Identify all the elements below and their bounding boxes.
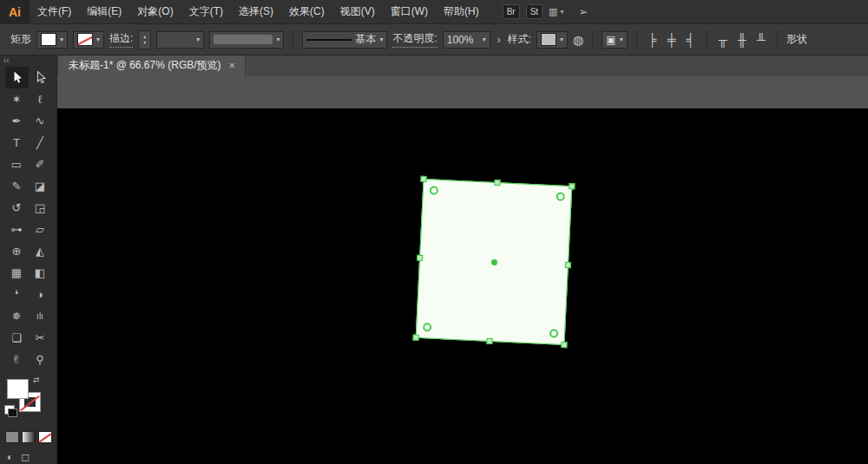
stroke-width-dropdown[interactable]: ▾ — [156, 31, 204, 49]
menu-window[interactable]: 窗口(W) — [383, 0, 436, 23]
align-horizontal-center-icon[interactable]: ╪ — [665, 33, 679, 47]
menubar-right-cluster: Br St ▥ ▾ ➢ — [503, 4, 589, 19]
align-horizontal-right-icon[interactable]: ╡ — [684, 33, 698, 47]
menu-object[interactable]: 对象(O) — [129, 0, 181, 23]
toolbar-collapse[interactable]: ‹‹ — [0, 54, 56, 67]
corner-widget-bottom-right[interactable] — [549, 329, 558, 337]
corner-widget-bottom-left[interactable] — [423, 323, 431, 331]
default-fill-stroke-icon[interactable] — [4, 405, 15, 415]
gradient-mode-button[interactable] — [22, 431, 36, 443]
chevron-down-icon: ▾ — [483, 36, 486, 43]
artboard-tool[interactable]: ❏ — [5, 327, 29, 349]
width-tool[interactable]: ⊶ — [5, 219, 29, 240]
curvature-tool[interactable]: ∿ — [29, 110, 52, 132]
mesh-tool[interactable]: ▦ — [5, 262, 29, 284]
stock-button[interactable]: St — [526, 4, 542, 19]
stroke-label[interactable]: 描边: — [109, 31, 133, 48]
selected-rectangle[interactable] — [416, 179, 573, 345]
selection-handle-top-center[interactable] — [494, 180, 500, 186]
chevron-down-icon: ▾ — [561, 8, 564, 16]
chevron-down-icon: ▾ — [60, 36, 63, 43]
tools-grid: ✶ ℓ ✒ ∿ T ╱ ▭ ✐ ✎ ◪ ↺ ◲ ⊶ ▱ ⊕ ◭ ▦ ◧ ❛ ◑ … — [0, 67, 56, 370]
opacity-panel-chevron[interactable]: › — [496, 34, 503, 46]
none-mode-button[interactable] — [38, 431, 52, 443]
opacity-dropdown[interactable]: 100% ▾ — [443, 31, 490, 49]
swap-fill-stroke-icon[interactable]: ⇄ — [33, 376, 40, 384]
style-dropdown[interactable]: ▾ — [536, 31, 568, 49]
eyedropper-tool[interactable]: ❛ — [5, 284, 29, 305]
gradient-tool[interactable]: ◧ — [29, 262, 52, 284]
pencil-tool[interactable]: ✎ — [5, 175, 29, 197]
align-vertical-bottom-icon[interactable]: ╨ — [754, 33, 768, 47]
zoom-tool[interactable]: ⚲ — [29, 349, 52, 370]
selection-handle-top-left[interactable] — [420, 176, 426, 182]
opacity-label[interactable]: 不透明度: — [392, 31, 437, 48]
align-vertical-top-icon[interactable]: ╥ — [716, 33, 730, 47]
hand-tool[interactable]: ✌ — [5, 349, 29, 370]
scale-tool[interactable]: ◲ — [29, 197, 52, 219]
artboard-canvas[interactable] — [56, 76, 868, 464]
pen-tool[interactable]: ✒ — [5, 110, 29, 132]
direct-selection-tool[interactable] — [29, 67, 52, 88]
selection-handle-bottom-left[interactable] — [412, 335, 418, 341]
menu-effect[interactable]: 效果(C) — [281, 0, 332, 23]
recolor-artwork-icon[interactable]: ◍ — [573, 33, 583, 47]
stepper-up-icon[interactable]: ▴ — [143, 34, 146, 40]
paint-mode-row — [5, 431, 56, 443]
screen-mode-icon[interactable]: ◻ — [21, 451, 30, 463]
perspective-grid-tool[interactable]: ◭ — [29, 240, 52, 262]
blend-tool[interactable]: ◑ — [29, 284, 52, 305]
selection-handle-bottom-right[interactable] — [561, 342, 567, 348]
symbol-sprayer-tool[interactable]: ✵ — [5, 305, 29, 327]
line-segment-tool[interactable]: ╱ — [29, 132, 52, 154]
menu-file[interactable]: 文件(F) — [30, 0, 79, 23]
variable-width-profile-dropdown[interactable]: 基本 ▾ — [302, 31, 387, 49]
align-horizontal-left-icon[interactable]: ╞ — [646, 33, 660, 47]
chevron-down-icon: ▾ — [196, 36, 200, 43]
style-swatch — [541, 33, 556, 46]
magic-wand-tool[interactable]: ✶ — [5, 88, 29, 110]
rotate-tool[interactable]: ↺ — [5, 197, 29, 219]
stroke-color-dropdown[interactable]: ▾ — [73, 31, 104, 49]
stroke-width-stepper[interactable]: ▴ ▾ — [138, 30, 151, 49]
document-tab[interactable]: 未标题-1* @ 66.67% (RGB/预览) × — [59, 54, 246, 76]
paintbrush-tool[interactable]: ✐ — [29, 154, 52, 175]
type-tool[interactable]: T — [5, 132, 29, 154]
pasteboard[interactable] — [56, 76, 868, 108]
close-icon[interactable]: × — [229, 59, 236, 72]
fill-color-dropdown[interactable]: ▾ — [36, 31, 68, 49]
transform-menu[interactable]: ▣ ▾ — [602, 31, 627, 49]
color-mode-button[interactable] — [5, 431, 19, 443]
workspace-switcher[interactable]: ▥ ▾ — [549, 6, 563, 17]
share-icon[interactable]: ➢ — [579, 5, 589, 18]
fill-swatch — [41, 33, 56, 46]
corner-widget-top-left[interactable] — [430, 186, 438, 194]
fill-stroke-widget: ⇄ — [7, 379, 47, 419]
rectangle-tool[interactable]: ▭ — [5, 154, 29, 175]
stepper-down-icon[interactable]: ▾ — [143, 40, 146, 46]
shape-builder-tool[interactable]: ⊕ — [5, 240, 29, 262]
menu-type[interactable]: 文字(T) — [181, 0, 231, 23]
menu-edit[interactable]: 编辑(E) — [79, 0, 129, 23]
selection-handle-middle-right[interactable] — [565, 262, 571, 268]
drawing-modes-icon[interactable]: ◐ — [7, 451, 13, 463]
selection-tool[interactable] — [5, 67, 29, 88]
opacity-value: 100% — [447, 34, 474, 46]
bridge-button[interactable]: Br — [503, 4, 520, 19]
selection-handle-top-right[interactable] — [569, 183, 575, 189]
brush-definition-dropdown[interactable]: ▾ — [209, 31, 284, 49]
selection-handle-middle-left[interactable] — [417, 255, 423, 261]
corner-widget-top-right[interactable] — [556, 192, 565, 200]
align-vertical-center-icon[interactable]: ╫ — [735, 33, 749, 47]
fill-swatch-button[interactable] — [7, 379, 29, 399]
center-point[interactable] — [490, 258, 496, 265]
column-graph-tool[interactable]: ılı — [29, 305, 52, 327]
selection-handle-bottom-center[interactable] — [486, 338, 492, 344]
menu-select[interactable]: 选择(S) — [231, 0, 281, 23]
menu-view[interactable]: 视图(V) — [332, 0, 383, 23]
eraser-tool[interactable]: ◪ — [29, 175, 52, 197]
menu-help[interactable]: 帮助(H) — [436, 0, 487, 23]
free-transform-tool[interactable]: ▱ — [29, 219, 52, 240]
slice-tool[interactable]: ✂ — [29, 327, 52, 349]
lasso-tool[interactable]: ℓ — [29, 88, 52, 110]
